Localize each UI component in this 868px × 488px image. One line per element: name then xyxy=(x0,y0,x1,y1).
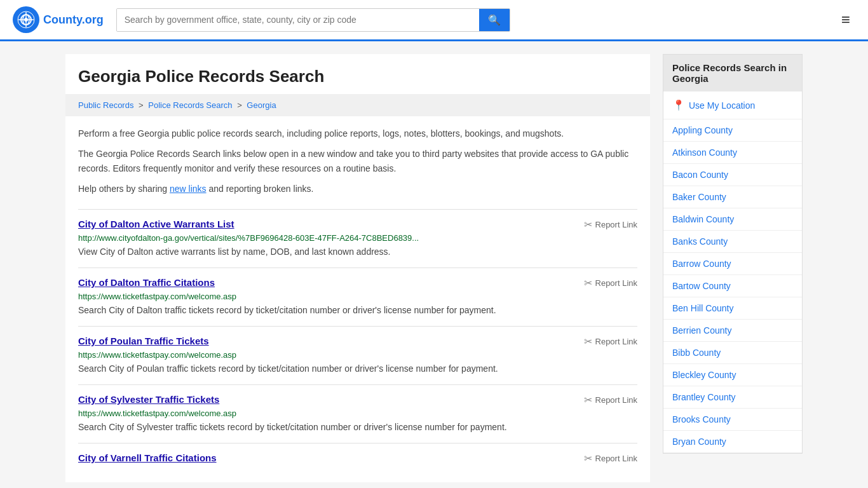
breadcrumb-sep-2: > xyxy=(237,100,244,110)
sidebar-box: Police Records Search in Georgia 📍 Use M… xyxy=(663,54,803,454)
record-url[interactable]: https://www.ticketfastpay.com/welcome.as… xyxy=(78,409,637,418)
sidebar: Police Records Search in Georgia 📍 Use M… xyxy=(663,54,803,482)
list-item: Barrow County xyxy=(663,253,802,275)
list-item: Bryan County xyxy=(663,431,802,453)
description-3: Help others by sharing new links and rep… xyxy=(65,182,650,196)
logo-link[interactable]: County.org xyxy=(13,6,104,33)
record-item: City of Varnell Traffic Citations ✂ Repo… xyxy=(78,443,637,476)
report-link-button[interactable]: ✂ Report Link xyxy=(584,277,637,289)
report-icon: ✂ xyxy=(584,336,592,348)
county-link[interactable]: Atkinson County xyxy=(663,142,802,163)
new-links-link[interactable]: new links xyxy=(170,184,207,194)
record-header: City of Sylvester Traffic Tickets ✂ Repo… xyxy=(78,394,637,406)
breadcrumb: Public Records > Police Records Search >… xyxy=(65,94,650,116)
main-container: Georgia Police Records Search Public Rec… xyxy=(53,41,815,488)
record-item: City of Dalton Traffic Citations ✂ Repor… xyxy=(78,268,637,326)
list-item: Ben Hill County xyxy=(663,297,802,320)
record-title[interactable]: City of Dalton Traffic Citations xyxy=(78,277,215,288)
use-location-link[interactable]: 📍 Use My Location xyxy=(663,92,802,119)
list-item: Brooks County xyxy=(663,409,802,431)
search-icon: 🔍 xyxy=(488,15,501,25)
county-link[interactable]: Bibb County xyxy=(663,342,802,363)
record-title[interactable]: City of Varnell Traffic Citations xyxy=(78,452,217,463)
list-item: Atkinson County xyxy=(663,142,802,164)
search-bar: 🔍 xyxy=(116,8,510,32)
report-link-button[interactable]: ✂ Report Link xyxy=(584,219,637,231)
description-2: The Georgia Police Records Search links … xyxy=(65,147,650,175)
list-item: Bibb County xyxy=(663,342,802,364)
county-link[interactable]: Brantley County xyxy=(663,386,802,408)
site-header: County.org 🔍 ≡ xyxy=(0,0,868,41)
location-pin-icon: 📍 xyxy=(672,99,685,111)
county-link[interactable]: Bryan County xyxy=(663,431,802,452)
report-icon: ✂ xyxy=(584,277,592,289)
county-link[interactable]: Brooks County xyxy=(663,409,802,430)
description-1: Perform a free Georgia public police rec… xyxy=(65,126,650,140)
report-link-button[interactable]: ✂ Report Link xyxy=(584,336,637,348)
list-item: Banks County xyxy=(663,231,802,253)
county-link[interactable]: Bartow County xyxy=(663,275,802,297)
record-header: City of Varnell Traffic Citations ✂ Repo… xyxy=(78,452,637,464)
report-link-button[interactable]: ✂ Report Link xyxy=(584,452,637,464)
list-item: Baker County xyxy=(663,186,802,208)
record-url[interactable]: https://www.ticketfastpay.com/welcome.as… xyxy=(78,292,637,301)
record-item: City of Dalton Active Warrants List ✂ Re… xyxy=(78,209,637,268)
svg-point-5 xyxy=(24,18,28,22)
record-item: City of Sylvester Traffic Tickets ✂ Repo… xyxy=(78,384,637,443)
list-item: Berrien County xyxy=(663,320,802,342)
record-header: City of Dalton Active Warrants List ✂ Re… xyxy=(78,219,637,231)
report-link-button[interactable]: ✂ Report Link xyxy=(584,394,637,406)
county-link[interactable]: Banks County xyxy=(663,231,802,252)
logo-text: County.org xyxy=(43,13,104,27)
county-link[interactable]: Berrien County xyxy=(663,320,802,341)
list-item: Baldwin County xyxy=(663,208,802,231)
hamburger-menu-button[interactable]: ≡ xyxy=(836,8,855,31)
breadcrumb-public-records[interactable]: Public Records xyxy=(78,100,133,110)
list-item: Bleckley County xyxy=(663,364,802,386)
breadcrumb-georgia[interactable]: Georgia xyxy=(247,100,276,110)
record-title[interactable]: City of Sylvester Traffic Tickets xyxy=(78,394,219,405)
list-item: Appling County xyxy=(663,119,802,142)
page-title: Georgia Police Records Search xyxy=(65,54,650,86)
county-link[interactable]: Baldwin County xyxy=(663,208,802,230)
record-desc: Search City of Poulan traffic tickets re… xyxy=(78,363,498,374)
record-header: City of Dalton Traffic Citations ✂ Repor… xyxy=(78,277,637,289)
breadcrumb-police-records-search[interactable]: Police Records Search xyxy=(148,100,232,110)
county-link[interactable]: Baker County xyxy=(663,186,802,208)
record-desc: Search City of Sylvester traffic tickets… xyxy=(78,422,507,432)
record-url[interactable]: http://www.cityofdalton-ga.gov/vertical/… xyxy=(78,233,637,243)
record-desc: Search City of Dalton traffic tickets re… xyxy=(78,305,496,315)
record-title[interactable]: City of Poulan Traffic Tickets xyxy=(78,336,209,346)
search-input[interactable] xyxy=(117,9,479,31)
record-desc: View City of Dalton active warrants list… xyxy=(78,247,391,257)
sidebar-title: Police Records Search in Georgia xyxy=(663,55,802,92)
list-item: Bacon County xyxy=(663,164,802,186)
county-link[interactable]: Ben Hill County xyxy=(663,297,802,319)
county-link[interactable]: Bacon County xyxy=(663,164,802,186)
record-header: City of Poulan Traffic Tickets ✂ Report … xyxy=(78,336,637,348)
county-link[interactable]: Bleckley County xyxy=(663,364,802,386)
county-link[interactable]: Appling County xyxy=(663,119,802,141)
logo-icon xyxy=(13,6,39,33)
record-item: City of Poulan Traffic Tickets ✂ Report … xyxy=(78,326,637,384)
list-item: Brantley County xyxy=(663,386,802,409)
report-icon: ✂ xyxy=(584,394,592,406)
record-title[interactable]: City of Dalton Active Warrants List xyxy=(78,219,234,229)
search-button[interactable]: 🔍 xyxy=(479,9,510,31)
county-link[interactable]: Barrow County xyxy=(663,253,802,274)
county-list: Appling CountyAtkinson CountyBacon Count… xyxy=(663,119,802,453)
content-area: Georgia Police Records Search Public Rec… xyxy=(65,54,650,482)
records-list: City of Dalton Active Warrants List ✂ Re… xyxy=(65,203,650,482)
report-icon: ✂ xyxy=(584,219,592,231)
report-icon: ✂ xyxy=(584,452,592,464)
list-item: Bartow County xyxy=(663,275,802,297)
hamburger-icon: ≡ xyxy=(841,11,850,28)
breadcrumb-sep-1: > xyxy=(139,100,146,110)
record-url[interactable]: https://www.ticketfastpay.com/welcome.as… xyxy=(78,350,637,360)
